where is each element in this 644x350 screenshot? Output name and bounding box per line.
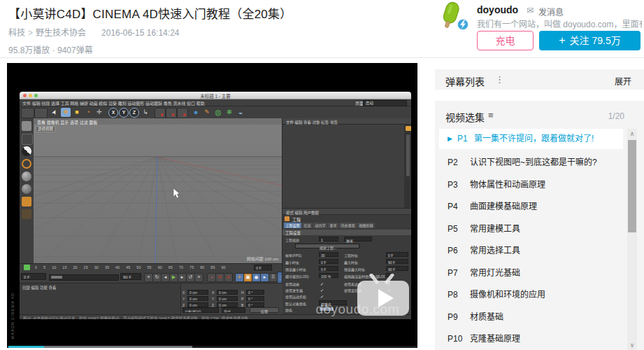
playlist-item-p1[interactable]: ▶ P1 第一集不许提问，跟着做就对了!: [439, 129, 623, 149]
add-primitive-icon[interactable]: ●: [191, 108, 201, 117]
unit-dropdown[interactable]: 厘米: [344, 237, 372, 241]
checkbox-checked[interactable]: ✓: [319, 281, 338, 286]
field-value[interactable]: 100 %: [319, 273, 338, 278]
axis-mode-icon[interactable]: [22, 209, 31, 219]
field-value[interactable]: 1: [319, 237, 338, 241]
tab-reference[interactable]: 参考: [328, 223, 338, 228]
send-message-link[interactable]: 发消息: [538, 6, 564, 18]
z-axis-lock-icon[interactable]: Z: [129, 108, 139, 118]
keyframe-selection-button[interactable]: ⊘: [224, 273, 233, 282]
scroll-up-icon[interactable]: ∧: [627, 130, 637, 137]
field-value[interactable]: 0 F: [319, 266, 338, 271]
coord-field[interactable]: 0 °: [246, 296, 264, 301]
current-frame-field[interactable]: 0 F: [21, 273, 46, 280]
go-to-end-button[interactable]: »: [194, 273, 203, 282]
playhead[interactable]: [24, 265, 30, 270]
side-scrollbar[interactable]: [406, 134, 410, 176]
danmaku-expand-button[interactable]: 展开: [615, 75, 631, 87]
playlist-item-p6[interactable]: P6常用选择工具: [439, 240, 623, 261]
playlist-item-p3[interactable]: P3物体属性和动画原理: [439, 174, 623, 195]
coord-field[interactable]: 0 cm: [187, 302, 208, 307]
checkbox-checked[interactable]: ✓: [319, 293, 338, 298]
scale-tool-icon[interactable]: ■: [72, 108, 82, 117]
object-manager-menubar[interactable]: 文件 编辑 查看 对象 标签 书签: [282, 118, 411, 125]
object-manager-body[interactable]: [282, 125, 404, 208]
playlist-item-p5[interactable]: P5常用建模工具: [439, 218, 623, 239]
coord-mode-dropdown[interactable]: 对象(相对): [183, 307, 219, 313]
field-value[interactable]: 90 F: [386, 266, 408, 271]
crosshair-tool-icon[interactable]: ✛: [94, 108, 104, 117]
coord-field[interactable]: 0 cm: [187, 296, 208, 301]
playlist-item-p10[interactable]: P10克隆基础原理: [439, 328, 623, 349]
points-mode-icon[interactable]: [22, 172, 31, 181]
move-tool-icon[interactable]: ✥: [61, 108, 71, 117]
polygons-mode-icon[interactable]: [22, 197, 31, 206]
tab-todo[interactable]: 待办事项: [339, 223, 357, 228]
checkbox-checked[interactable]: ✓: [319, 287, 338, 292]
playlist-item-p2[interactable]: P2认识下视图吧~到底这都是干嘛的?: [439, 152, 623, 173]
spline-pen-icon[interactable]: ✎: [202, 108, 212, 117]
rotate-tool-icon[interactable]: ◔: [83, 108, 93, 117]
interface-dropdown[interactable]: 启动: [363, 100, 407, 106]
solo-button[interactable]: ⋮: [277, 272, 282, 284]
playlist-item-p4[interactable]: P4曲面建模基础原理: [439, 196, 623, 217]
tab-dynamics[interactable]: 动力学: [313, 223, 327, 228]
playlist-item-p8[interactable]: P8摄像机和环境的应用: [439, 284, 623, 305]
more-options-icon[interactable]: ⋮: [495, 74, 504, 85]
select-tool-icon[interactable]: ➤: [48, 106, 61, 118]
render-view-icon[interactable]: [155, 108, 166, 118]
layer-folder-icon[interactable]: [406, 126, 411, 131]
tab-project-settings[interactable]: 工程设置: [284, 223, 301, 228]
texture-mode-icon[interactable]: [22, 146, 31, 156]
model-mode-icon[interactable]: [22, 134, 33, 145]
coord-field[interactable]: 0 °: [246, 302, 264, 307]
coord-field[interactable]: 0 °: [246, 290, 264, 295]
field-value[interactable]: 0 F: [386, 252, 408, 257]
playlist-item-p9[interactable]: P9材质基础: [439, 307, 623, 328]
coord-field[interactable]: 0 cm: [217, 296, 238, 301]
field-value[interactable]: 90 F: [386, 259, 408, 264]
breadcrumb-category[interactable]: 科技: [8, 28, 25, 38]
viewport-menubar[interactable]: 查看 摄像机 显示 选项 过滤 面板: [34, 118, 282, 125]
subdivision-surface-icon[interactable]: ◍: [213, 108, 223, 117]
slider-handle[interactable]: [51, 276, 62, 279]
timeline-slider[interactable]: [49, 274, 119, 281]
x-axis-lock-icon[interactable]: X: [108, 108, 118, 118]
video-player[interactable]: 未标题 1 - 主要 文件 编辑 创建 选择 工具 网格 捕捉 动画 模拟 渲染…: [7, 63, 417, 348]
c4d-viewport[interactable]: 查看 摄像机 显示 选项 过滤 面板 透视视图 网格间距 100 cm: [34, 118, 282, 263]
coord-field[interactable]: 0 cm: [217, 302, 238, 307]
edges-mode-icon[interactable]: [22, 184, 31, 194]
c4d-menubar[interactable]: 文件 编辑 创建 选择 工具 网格 捕捉 动画 模拟 渲染 雕刻 运动图形 运动…: [20, 99, 411, 106]
list-icon[interactable]: ≡: [488, 110, 494, 120]
tv-play-overlay-icon[interactable]: [353, 274, 413, 317]
end-frame-field[interactable]: 90 F: [120, 273, 141, 280]
charge-button[interactable]: 充电: [477, 31, 534, 50]
coord-field[interactable]: 0 cm: [187, 290, 208, 295]
follow-button[interactable]: +关注 79.5万: [539, 31, 641, 50]
redo-icon[interactable]: [34, 108, 48, 118]
scroll-down-icon[interactable]: ∨: [627, 342, 637, 349]
y-axis-lock-icon[interactable]: Y: [119, 108, 129, 118]
render-picture-viewer-icon[interactable]: [166, 108, 177, 118]
coord-field[interactable]: 0 cm: [217, 290, 238, 295]
workplane-mode-icon[interactable]: [22, 159, 31, 169]
undo-icon[interactable]: [21, 108, 34, 118]
uploader-avatar[interactable]: [434, 0, 470, 32]
material-manager[interactable]: 创建 编辑 功能 查看: [20, 283, 180, 314]
material-manager-menubar[interactable]: 创建 编辑 功能 查看: [22, 285, 57, 290]
make-editable-icon[interactable]: [22, 121, 31, 131]
breadcrumb-subcategory[interactable]: 野生技术协会: [36, 28, 86, 38]
menu-items[interactable]: 文件 编辑 创建 选择 工具 网格 捕捉 动画 模拟 渲染 雕刻 运动图形 运动…: [22, 100, 205, 106]
playlist-scrollbar[interactable]: ∧ ∨: [627, 129, 637, 350]
tab-view-clipping[interactable]: 视图剪辑: [357, 223, 375, 228]
seek-bar[interactable]: [7, 346, 417, 348]
render-settings-icon[interactable]: [177, 108, 188, 118]
coordinate-system-icon[interactable]: ↳: [141, 108, 150, 117]
floor-object-icon[interactable]: ◒: [236, 108, 245, 117]
attribute-menubar[interactable]: 模式 编辑 用户数据: [282, 209, 411, 215]
object-manager-side-tabs[interactable]: [404, 125, 411, 208]
field-value[interactable]: 30: [319, 252, 338, 257]
playlist-item-p7[interactable]: P7常用灯光基础: [439, 262, 623, 284]
apply-button[interactable]: 应用: [250, 307, 279, 313]
scale-project-button[interactable]: 缩放工程...: [295, 244, 359, 248]
